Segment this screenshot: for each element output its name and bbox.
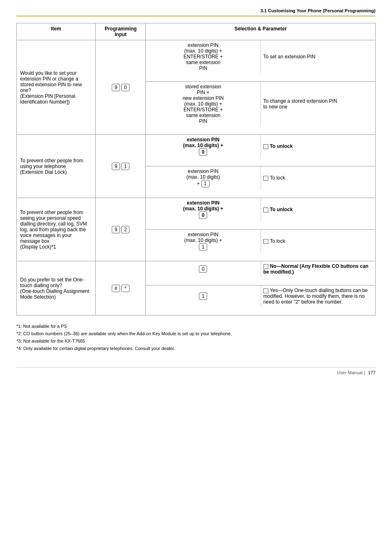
selection-cell-0-1: stored extensionPIN +new extension PIN(m… [146, 82, 376, 135]
key-box-left: 0 [199, 265, 207, 273]
key-box-left: 1 [201, 180, 210, 187]
sel-left-2-1: extension PIN(max. 10 digits) +1 [146, 230, 261, 253]
selection-cell-2-1: extension PIN(max. 10 digits) +1To lock [146, 230, 376, 261]
footnote-3: *3: Not available for the KX-T7665 [16, 339, 376, 343]
key-box: 1 [121, 163, 129, 170]
checkbox-icon[interactable] [263, 288, 268, 293]
selection-cell-0-0: extension PIN(max. 10 digits) +ENTER/STO… [146, 40, 376, 82]
sel-right-3-0: No—Normal (Any Flexible CO buttons can b… [261, 261, 375, 277]
sel-right-0-0: To set an extension PIN [261, 40, 375, 73]
main-table: Item ProgrammingInput Selection & Parame… [16, 23, 376, 315]
key-box: 9 [112, 84, 120, 91]
prog-cell-2: 9 2 [96, 198, 146, 261]
sel-left-0-0: extension PIN(max. 10 digits) +ENTER/STO… [146, 40, 261, 73]
checkbox-icon[interactable] [263, 264, 268, 269]
sel-right-0-1: To change a stored extension PINto new o… [261, 82, 375, 126]
sel-right-2-1: To lock [261, 230, 375, 253]
key-box: # [112, 285, 120, 292]
sel-left-1-1: extension PIN(max. 10 digits)+ 1 [146, 166, 261, 189]
selection-cell-2-0: extension PIN(max. 10 digits) +0To unloc… [146, 198, 376, 230]
key-box-left: 1 [199, 243, 207, 251]
item-cell-0: Would you like to set your extension PIN… [17, 40, 96, 135]
selection-cell-1-0: extension PIN(max. 10 digits) +0To unloc… [146, 135, 376, 166]
selection-cell-3-1: 1Yes—Only One-touch dialling buttons can… [146, 286, 376, 315]
prog-cell-0: 9 0 [96, 40, 146, 135]
page-number: 177 [368, 370, 376, 375]
header-programming-input: ProgrammingInput [96, 23, 146, 40]
table-row: To prevent other people from seeing your… [17, 198, 376, 230]
prog-cell-1: 9 1 [96, 135, 146, 198]
sel-right-1-0: To unlock [261, 135, 375, 158]
table-row: Do you prefer to set the One-touch diall… [17, 261, 376, 286]
footnote-2: *2: CO button numbers (25–36) are availa… [16, 331, 376, 336]
table-row: Would you like to set your extension PIN… [17, 40, 376, 82]
sel-left-3-0: 0 [146, 261, 261, 277]
header-selection-parameter: Selection & Parameter [146, 23, 376, 40]
table-row: To prevent other people from using your … [17, 135, 376, 166]
selection-cell-3-0: 0No—Normal (Any Flexible CO buttons can … [146, 261, 376, 286]
footnote-4: *4: Only available for certain digital p… [16, 346, 376, 351]
item-cell-1: To prevent other people from using your … [17, 135, 96, 198]
sel-right-3-1: Yes—Only One-touch dialling buttons can … [261, 286, 375, 307]
page-footer: User Manual | 177 [16, 367, 376, 375]
item-cell-3: Do you prefer to set the One-touch diall… [17, 261, 96, 315]
key-box: 0 [121, 84, 129, 91]
section-title: 3.1 Customising Your Phone (Personal Pro… [261, 8, 376, 13]
footnotes-section: *1: Not available for a PS*2: CO button … [16, 324, 376, 351]
checkbox-icon[interactable] [263, 176, 268, 181]
page-header: 3.1 Customising Your Phone (Personal Pro… [16, 8, 376, 16]
checkbox-icon[interactable] [263, 239, 268, 244]
key-box: 2 [121, 226, 129, 233]
key-box: 9 [112, 226, 120, 233]
key-box: * [121, 285, 129, 292]
sel-left-3-1: 1 [146, 286, 261, 307]
checkbox-icon[interactable] [263, 207, 268, 212]
item-cell-2: To prevent other people from seeing your… [17, 198, 96, 261]
prog-cell-3: # * [96, 261, 146, 315]
checkbox-icon[interactable] [263, 144, 268, 149]
footnote-1: *1: Not available for a PS [16, 324, 376, 329]
footer-label: User Manual [337, 370, 362, 375]
header-item: Item [17, 23, 96, 40]
sel-left-1-0: extension PIN(max. 10 digits) +0 [146, 135, 261, 158]
sel-right-1-1: To lock [261, 166, 375, 189]
sel-right-2-0: To unlock [261, 198, 375, 221]
key-box: 9 [112, 163, 120, 170]
key-box-left: 0 [199, 212, 207, 219]
selection-cell-1-1: extension PIN(max. 10 digits)+ 1To lock [146, 166, 376, 198]
sel-left-2-0: extension PIN(max. 10 digits) +0 [146, 198, 261, 221]
key-box-left: 1 [199, 292, 207, 300]
sel-left-0-1: stored extensionPIN +new extension PIN(m… [146, 82, 261, 126]
key-box-left: 0 [199, 148, 207, 156]
